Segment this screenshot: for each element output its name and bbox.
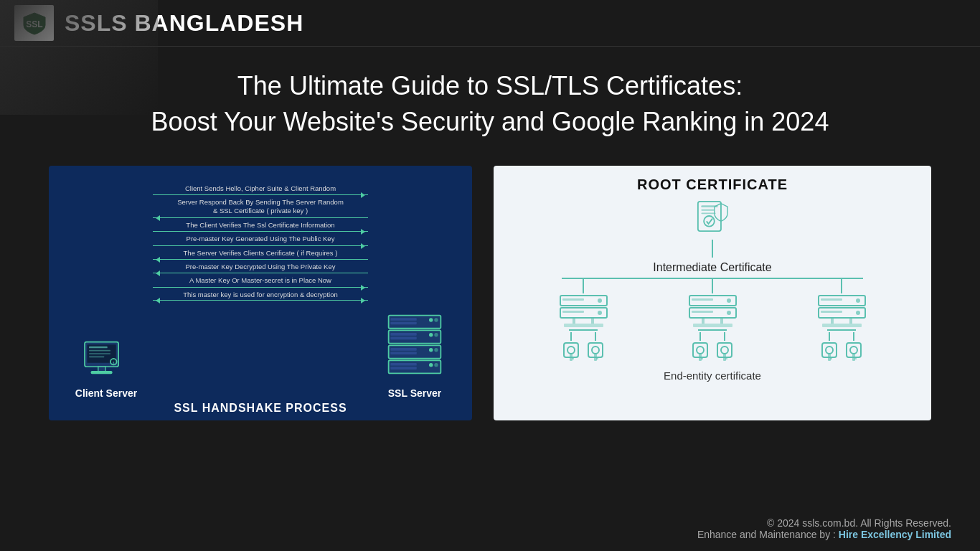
- svg-rect-19: [390, 336, 416, 339]
- svg-point-26: [434, 348, 438, 352]
- step-5-text: The Server Verifies Clients Cerificate (…: [153, 248, 368, 258]
- svg-rect-45: [564, 324, 603, 327]
- step-4-text: Pre-master Key Generated Using The Publi…: [153, 234, 368, 244]
- page-title: The Ultimate Guide to SSL/TLS Certificat…: [43, 68, 937, 141]
- svg-point-39: [598, 298, 602, 303]
- svg-rect-87: [826, 357, 829, 358]
- svg-rect-24: [390, 352, 416, 354]
- title-line1: The Ultimate Guide to SSL/TLS Certificat…: [43, 68, 937, 104]
- svg-point-25: [429, 348, 433, 352]
- svg-rect-62: [702, 318, 705, 324]
- branch-1: [526, 279, 641, 364]
- logo-icon: SSL: [20, 11, 49, 36]
- key-icon-1a: [562, 341, 580, 364]
- svg-rect-63: [720, 318, 723, 324]
- svg-rect-93: [854, 358, 857, 359]
- key-icon-2b: [715, 341, 734, 364]
- root-cert-diagram: ROOT CERTIFICATE: [494, 166, 931, 420]
- main-content: The Ultimate Guide to SSL/TLS Certificat…: [0, 47, 980, 435]
- svg-point-47: [567, 347, 575, 354]
- server-icon-1: [557, 293, 611, 329]
- svg-point-80: [856, 311, 860, 315]
- server-icon-2: [686, 293, 740, 329]
- svg-rect-23: [390, 348, 416, 351]
- svg-rect-55: [596, 358, 598, 359]
- svg-rect-5: [89, 350, 110, 352]
- svg-point-42: [598, 311, 602, 315]
- svg-rect-18: [390, 333, 416, 336]
- svg-point-90: [850, 347, 857, 354]
- svg-point-20: [429, 333, 433, 336]
- svg-rect-60: [692, 311, 713, 313]
- svg-point-15: [429, 318, 433, 321]
- key-icon-1b: [586, 341, 605, 364]
- svg-text:SSL: SSL: [26, 19, 42, 29]
- footer-credit-prefix: Enhance and Maintenance by :: [697, 529, 839, 540]
- svg-rect-29: [390, 367, 416, 369]
- svg-rect-64: [693, 324, 732, 327]
- key-icon-3a: [820, 341, 839, 364]
- svg-rect-34: [701, 209, 714, 211]
- svg-rect-14: [390, 321, 416, 324]
- svg-rect-6: [89, 353, 110, 354]
- svg-point-52: [592, 347, 599, 354]
- branch-2: [655, 279, 770, 364]
- svg-rect-38: [562, 298, 584, 301]
- end-entity-label: End-entity certificate: [664, 369, 761, 382]
- footer-credit: Enhance and Maintenance by : Hire Excell…: [697, 529, 951, 540]
- svg-point-58: [727, 298, 731, 303]
- brand-title: SSLS BANGLADESH: [65, 10, 303, 37]
- handshake-steps: Client Sends Hello, Cipher Suite & Clien…: [149, 180, 372, 406]
- key-icon-2a: [691, 341, 710, 364]
- footer: © 2024 ssls.com.bd. All Rights Reserved.…: [697, 517, 951, 540]
- client-label: Client Server: [75, 387, 137, 399]
- svg-text:!: !: [113, 360, 114, 364]
- svg-point-30: [429, 363, 433, 367]
- svg-rect-83: [822, 324, 862, 327]
- step-1-text: Client Sends Hello, Cipher Suite & Clien…: [153, 184, 368, 194]
- branch-3: [784, 279, 899, 364]
- svg-point-61: [727, 311, 731, 315]
- svg-rect-54: [593, 357, 595, 358]
- svg-rect-73: [722, 357, 724, 358]
- svg-rect-44: [591, 318, 594, 324]
- branch-container: [526, 279, 899, 364]
- step-8-text: This master key is used for encryption &…: [153, 290, 368, 300]
- client-section: ! Client Server: [63, 180, 149, 406]
- svg-rect-50: [572, 358, 574, 359]
- step-2-text: Server Respond Back By Sending The Serve…: [153, 197, 368, 217]
- svg-point-77: [856, 298, 860, 303]
- svg-rect-7: [89, 356, 104, 357]
- svg-point-31: [434, 363, 438, 367]
- svg-rect-74: [725, 358, 727, 359]
- svg-rect-57: [692, 298, 713, 301]
- svg-rect-12: [389, 315, 441, 328]
- svg-rect-82: [849, 318, 852, 324]
- logo-box: SSL: [14, 5, 54, 41]
- svg-rect-49: [568, 357, 570, 358]
- svg-rect-69: [701, 358, 703, 359]
- client-computer-icon: !: [77, 341, 135, 384]
- svg-point-85: [826, 347, 833, 354]
- vert-line-root: [712, 240, 713, 258]
- svg-point-66: [697, 347, 704, 354]
- server-label: SSL Server: [388, 387, 441, 399]
- svg-rect-41: [562, 311, 584, 313]
- svg-rect-28: [390, 363, 416, 366]
- intermediate-label: Intermediate Certificate: [653, 261, 771, 274]
- step-6-text: Pre-master Key Decrypted Using The Priva…: [153, 262, 368, 272]
- header: SSL SSLS BANGLADESH: [0, 0, 980, 47]
- svg-rect-68: [697, 357, 699, 358]
- ssl-server-icon: [382, 312, 447, 384]
- svg-rect-35: [701, 212, 715, 214]
- svg-point-21: [434, 333, 438, 336]
- svg-point-16: [434, 318, 438, 321]
- footer-credit-company: Hire Excellency Limited: [839, 529, 951, 540]
- svg-rect-43: [573, 318, 575, 324]
- handshake-diagram: ! Client Server Client Sends Hello, Ciph…: [49, 166, 472, 420]
- server-section: SSL Server: [372, 180, 458, 406]
- diagrams-row: ! Client Server Client Sends Hello, Ciph…: [43, 166, 937, 420]
- svg-rect-8: [98, 367, 105, 372]
- root-cert-title: ROOT CERTIFICATE: [508, 176, 917, 193]
- svg-point-71: [721, 347, 728, 354]
